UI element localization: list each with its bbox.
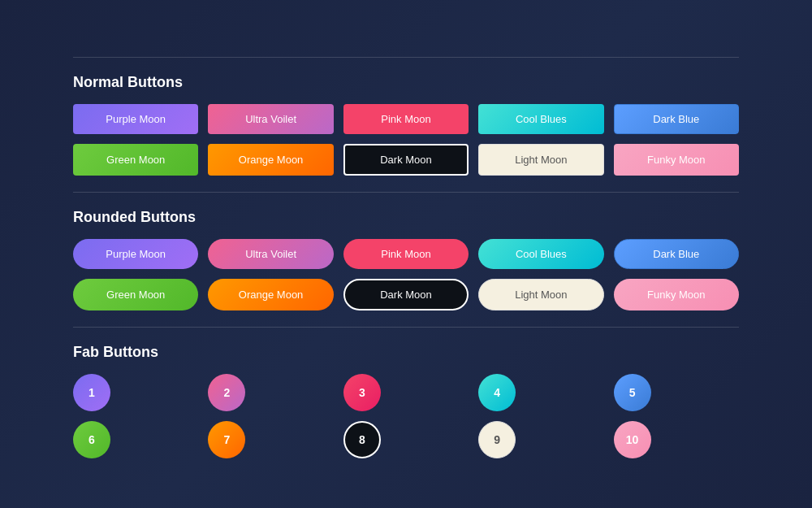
bottom-divider: [73, 327, 739, 328]
normal-buttons-title: Normal Buttons: [73, 74, 739, 91]
green-moon-rounded-btn[interactable]: Green Moon: [73, 279, 198, 310]
ultra-violet-rounded-btn[interactable]: Ultra Voilet: [208, 239, 333, 269]
dark-moon-rounded-btn[interactable]: Dark Moon: [343, 279, 469, 310]
orange-moon-rounded-btn[interactable]: Orange Moon: [208, 279, 333, 310]
fab-6-btn[interactable]: 6: [73, 421, 110, 458]
funky-moon-rounded-btn[interactable]: Funky Moon: [614, 279, 739, 310]
fab-3-item: 3: [343, 374, 469, 411]
fab-2-btn[interactable]: 2: [208, 374, 245, 411]
cool-blues-normal-btn[interactable]: Cool Blues: [478, 104, 603, 134]
fab-2-item: 2: [208, 374, 333, 411]
fab-7-btn[interactable]: 7: [208, 421, 245, 458]
fab-3-btn[interactable]: 3: [343, 374, 381, 411]
light-moon-normal-btn[interactable]: Light Moon: [478, 144, 603, 176]
top-divider: [73, 57, 739, 58]
fab-buttons-row1: 1 2 3 4 5: [73, 374, 739, 411]
purple-moon-rounded-btn[interactable]: Purple Moon: [73, 239, 198, 269]
rounded-buttons-title: Rounded Buttons: [73, 209, 739, 226]
fab-7-item: 7: [208, 421, 333, 458]
fab-9-btn[interactable]: 9: [478, 421, 516, 458]
dark-blue-rounded-btn[interactable]: Dark Blue: [614, 239, 739, 269]
purple-moon-normal-btn[interactable]: Purple Moon: [73, 104, 198, 134]
rounded-buttons-row1: Purple Moon Ultra Voilet Pink Moon Cool …: [73, 239, 739, 269]
cool-blues-rounded-btn[interactable]: Cool Blues: [478, 239, 603, 269]
fab-1-btn[interactable]: 1: [73, 374, 110, 411]
fab-8-btn[interactable]: 8: [343, 421, 381, 458]
pink-moon-rounded-btn[interactable]: Pink Moon: [343, 239, 469, 269]
main-container: Normal Buttons Purple Moon Ultra Voilet …: [57, 16, 755, 493]
fab-8-item: 8: [343, 421, 469, 458]
dark-blue-normal-btn[interactable]: Dark Blue: [614, 104, 739, 134]
fab-10-btn[interactable]: 10: [614, 421, 651, 458]
fab-6-item: 6: [73, 421, 198, 458]
orange-moon-normal-btn[interactable]: Orange Moon: [208, 144, 333, 176]
fab-4-btn[interactable]: 4: [478, 374, 516, 411]
fab-buttons-row2: 6 7 8 9 10: [73, 421, 739, 458]
normal-buttons-section: Normal Buttons Purple Moon Ultra Voilet …: [73, 74, 739, 176]
fab-10-item: 10: [614, 421, 739, 458]
normal-buttons-row1: Purple Moon Ultra Voilet Pink Moon Cool …: [73, 104, 739, 134]
fab-5-item: 5: [614, 374, 739, 411]
ultra-violet-normal-btn[interactable]: Ultra Voilet: [208, 104, 333, 134]
green-moon-normal-btn[interactable]: Green Moon: [73, 144, 198, 176]
light-moon-rounded-btn[interactable]: Light Moon: [478, 279, 603, 310]
pink-moon-normal-btn[interactable]: Pink Moon: [343, 104, 469, 134]
rounded-buttons-section: Rounded Buttons Purple Moon Ultra Voilet…: [73, 209, 739, 310]
fab-1-item: 1: [73, 374, 198, 411]
fab-buttons-section: Fab Buttons 1 2 3 4 5 6 7: [73, 344, 739, 458]
funky-moon-normal-btn[interactable]: Funky Moon: [614, 144, 739, 176]
fab-5-btn[interactable]: 5: [614, 374, 651, 411]
fab-buttons-title: Fab Buttons: [73, 344, 739, 361]
rounded-buttons-row2: Green Moon Orange Moon Dark Moon Light M…: [73, 279, 739, 310]
fab-9-item: 9: [478, 421, 603, 458]
normal-buttons-row2: Green Moon Orange Moon Dark Moon Light M…: [73, 144, 739, 176]
fab-4-item: 4: [478, 374, 603, 411]
dark-moon-normal-btn[interactable]: Dark Moon: [343, 144, 469, 176]
mid-divider: [73, 192, 739, 193]
